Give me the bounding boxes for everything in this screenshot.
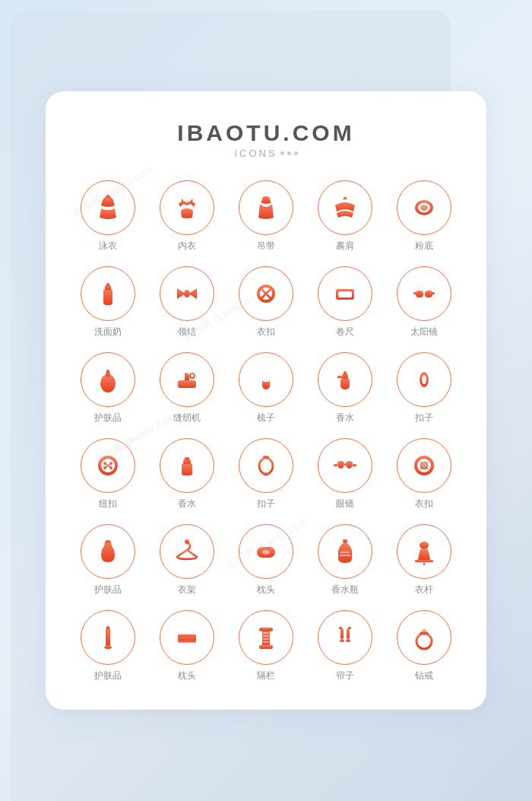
svg-rect-9 <box>103 288 112 305</box>
svg-rect-92 <box>340 628 344 639</box>
icon-label-sewing: 缝纫机 <box>173 412 201 424</box>
icon-circle-button-cross <box>239 266 293 321</box>
icon-label-tube: 护肤品 <box>94 669 122 682</box>
svg-rect-83 <box>178 640 196 643</box>
icon-circle-shoulder <box>318 180 372 235</box>
icon-circle-skincare <box>81 352 135 407</box>
svg-rect-42 <box>342 373 348 379</box>
icon-item-tube: 护肤品 <box>68 610 147 682</box>
icon-item-partition: 隔栏 <box>226 610 306 682</box>
icon-item-button4: 纽扣 <box>68 438 147 510</box>
svg-rect-78 <box>423 562 425 565</box>
svg-rect-59 <box>263 472 269 475</box>
svg-rect-87 <box>259 645 273 649</box>
icon-item-foundation: 粉底 <box>385 180 464 253</box>
icon-label-clothes-pole: 衣杆 <box>415 583 433 596</box>
icon-item-underwear: 内衣 <box>147 180 226 253</box>
icon-circle-clothes-pole <box>397 524 451 579</box>
icon-item-perfume-bottle: 香水瓶 <box>306 524 385 596</box>
icon-circle-cleanser <box>81 266 135 321</box>
svg-rect-88 <box>263 632 269 634</box>
icon-label-underwear: 内衣 <box>178 240 196 253</box>
icon-circle-perfume <box>318 352 372 407</box>
icon-item-clothes-pole: 衣杆 <box>385 524 464 596</box>
icon-item-suspender: 吊带 <box>226 180 306 253</box>
page-header: IBAOTU.COM ICONS <box>68 120 464 159</box>
icon-label-glasses: 眼镜 <box>336 497 354 510</box>
icon-circle-perfume-bottle <box>318 524 372 579</box>
icon-circle-perfume2 <box>160 438 214 493</box>
icon-item-curtain: 帘子 <box>306 610 385 682</box>
svg-rect-94 <box>339 627 342 629</box>
icon-label-perfume: 香水 <box>336 412 354 424</box>
svg-rect-73 <box>343 539 347 542</box>
icon-label-perfume2: 香水 <box>178 497 196 510</box>
svg-rect-91 <box>263 641 269 643</box>
svg-rect-39 <box>265 382 267 388</box>
dot-1 <box>280 151 284 155</box>
icon-label-button-cross: 衣扣 <box>257 326 275 339</box>
svg-rect-37 <box>262 371 270 382</box>
svg-rect-38 <box>263 382 264 388</box>
icon-item-button-cross: 衣扣 <box>226 266 306 339</box>
icon-circle-sunglasses <box>397 266 451 321</box>
icon-circle-foundation <box>397 180 451 235</box>
icon-label-suspender: 吊带 <box>257 240 275 253</box>
icon-item-glasses: 眼镜 <box>306 438 385 510</box>
svg-rect-84 <box>178 634 196 637</box>
icon-label-skincare: 护肤品 <box>94 412 122 424</box>
header-subtitle: ICONS <box>68 148 464 159</box>
svg-rect-32 <box>178 380 196 388</box>
icon-circle-underwear <box>160 180 214 235</box>
icon-circle-ring <box>397 610 451 665</box>
svg-point-29 <box>100 374 116 393</box>
icon-item-comb: 梳子 <box>226 352 306 424</box>
svg-rect-57 <box>185 457 189 460</box>
svg-point-34 <box>191 374 194 377</box>
icon-item-tape: 卷尺 <box>306 266 385 339</box>
icon-circle-clasp <box>239 438 293 493</box>
icons-grid: 泳衣 内衣 <box>68 180 464 682</box>
icon-label-shoulder: 裹肩 <box>336 240 354 253</box>
svg-rect-69 <box>106 540 110 542</box>
svg-rect-41 <box>340 377 350 389</box>
icon-circle-glasses <box>318 438 372 493</box>
icon-label-button4: 纽扣 <box>99 497 117 510</box>
svg-point-76 <box>420 542 429 549</box>
svg-rect-90 <box>263 638 269 640</box>
icon-circle-bowtie <box>160 266 214 321</box>
svg-rect-86 <box>259 628 273 631</box>
dot-2 <box>287 151 291 155</box>
icon-label-pillow: 枕头 <box>257 583 275 596</box>
icon-item-button-sew: 衣扣 <box>385 438 464 510</box>
icon-item-buckle: 扣子 <box>385 352 464 424</box>
icon-item-ring: 钻戒 <box>385 610 464 682</box>
svg-point-72 <box>262 550 270 555</box>
icon-item-clasp: 扣子 <box>226 438 306 510</box>
svg-point-70 <box>185 539 189 544</box>
icon-item-swimsuit: 泳衣 <box>68 180 147 253</box>
icon-label-tape: 卷尺 <box>336 326 354 339</box>
icon-circle-bottle <box>81 524 135 579</box>
icon-circle-pillow <box>239 524 293 579</box>
svg-rect-60 <box>334 464 337 466</box>
icon-circle-buckle <box>397 352 451 407</box>
svg-rect-62 <box>344 463 346 466</box>
svg-marker-5 <box>343 196 347 199</box>
icon-circle-partition <box>239 610 293 665</box>
svg-rect-93 <box>347 628 350 639</box>
icon-item-pillow: 枕头 <box>226 524 306 596</box>
svg-rect-61 <box>353 464 356 466</box>
icon-label-swimsuit: 泳衣 <box>99 240 117 253</box>
svg-rect-18 <box>338 291 352 297</box>
svg-point-8 <box>420 205 428 211</box>
icon-circle-swimsuit <box>81 180 135 235</box>
icon-label-comb: 梳子 <box>257 412 275 424</box>
svg-point-12 <box>184 290 190 297</box>
svg-rect-95 <box>348 627 351 629</box>
icon-circle-tube <box>81 610 135 665</box>
icon-circle-tape <box>318 266 372 321</box>
main-card: 百图网 ibaotu.com 百图网 ibaotu.com 百图网 ibaotu… <box>46 91 486 710</box>
svg-point-46 <box>422 375 426 384</box>
icon-circle-sewing <box>160 352 214 407</box>
